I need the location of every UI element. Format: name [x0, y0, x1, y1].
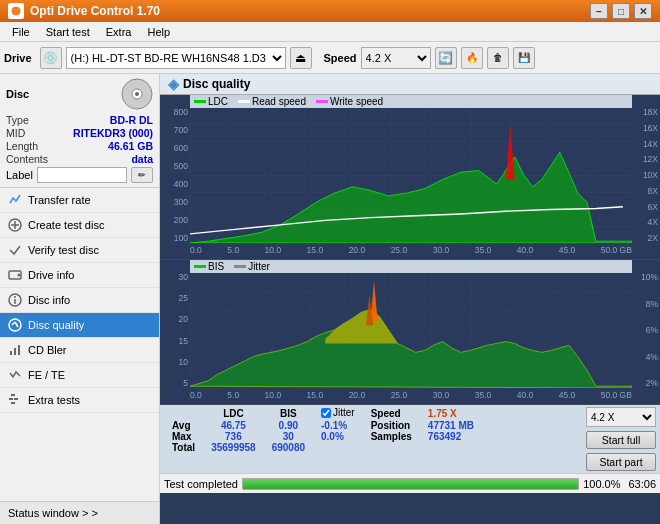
transfer-rate-icon — [8, 193, 22, 207]
svg-rect-20 — [11, 402, 15, 404]
svg-line-14 — [15, 322, 18, 327]
contents-label: Contents — [6, 153, 48, 165]
progress-status: Test completed — [164, 478, 238, 490]
max-ldc: 736 — [203, 431, 264, 442]
nav-create-test-disc[interactable]: Create test disc — [0, 213, 159, 238]
nav-fe-te[interactable]: FE / TE — [0, 363, 159, 388]
speed-col-header: Speed — [363, 407, 420, 420]
chart-header: ◈ Disc quality — [160, 74, 660, 95]
maximize-button[interactable]: □ — [612, 3, 630, 19]
left-panel: Disc Type BD-R DL MID RITEKDR3 (000) Len… — [0, 74, 160, 524]
bottom-x-axis: 0.05.010.015.020.025.030.035.040.045.050… — [190, 390, 632, 404]
nav-verify-test-disc[interactable]: Verify test disc — [0, 238, 159, 263]
ldc-col-header: LDC — [203, 407, 264, 420]
fe-te-icon — [8, 368, 22, 382]
jitter-col-area: Jitter — [313, 407, 363, 420]
stats-bottom: LDC BIS Jitter Speed 1.75 X Avg — [160, 405, 660, 473]
legend-read: Read speed — [252, 96, 306, 107]
label-label: Label — [6, 169, 33, 181]
bottom-y-axis-right: 10%8%6%4%2% — [632, 272, 660, 388]
menu-help[interactable]: Help — [139, 24, 178, 40]
extra-tests-icon — [8, 393, 22, 407]
menu-start-test[interactable]: Start test — [38, 24, 98, 40]
chart-header-icon: ◈ — [168, 76, 179, 92]
position-label: Position — [363, 420, 420, 431]
save-button[interactable]: 💾 — [513, 47, 535, 69]
max-row-label: Max — [164, 431, 203, 442]
top-chart-legend: LDC Read speed Write speed — [190, 95, 632, 108]
nav-drive-info[interactable]: Drive info — [0, 263, 159, 288]
avg-row-label: Avg — [164, 420, 203, 431]
menu-bar: File Start test Extra Help — [0, 22, 660, 42]
disc-title: Disc — [6, 88, 29, 100]
svg-rect-21 — [11, 394, 15, 396]
nav-items: Transfer rate Create test disc Verify te… — [0, 188, 159, 413]
bis-col-header: BIS — [264, 407, 313, 420]
svg-point-0 — [11, 6, 21, 16]
status-window-label: Status window > > — [8, 507, 98, 519]
length-label: Length — [6, 140, 38, 152]
type-value: BD-R DL — [110, 114, 153, 126]
nav-extra-tests[interactable]: Extra tests — [0, 388, 159, 413]
close-button[interactable]: ✕ — [634, 3, 652, 19]
erase-button[interactable]: 🗑 — [487, 47, 509, 69]
bottom-chart-legend: BIS Jitter — [190, 260, 632, 273]
speed-select-stats[interactable]: 4.2 X — [586, 407, 656, 427]
menu-file[interactable]: File — [4, 24, 38, 40]
avg-bis: 0.90 — [264, 420, 313, 431]
legend-bis: BIS — [208, 261, 224, 272]
label-input[interactable] — [37, 167, 127, 183]
chart-title: Disc quality — [183, 77, 250, 91]
jitter-checkbox[interactable] — [321, 408, 331, 418]
drive-info-icon — [8, 268, 22, 282]
speed-select[interactable]: 4.2 X — [361, 47, 431, 69]
svg-point-12 — [9, 319, 21, 331]
drive-select[interactable]: (H:) HL-DT-ST BD-RE WH16NS48 1.D3 — [66, 47, 286, 69]
svg-rect-18 — [9, 398, 13, 400]
status-window-button[interactable]: Status window > > — [0, 501, 159, 524]
type-label: Type — [6, 114, 29, 126]
nav-cd-bler[interactable]: CD Bler — [0, 338, 159, 363]
stats-table-area: LDC BIS Jitter Speed 1.75 X Avg — [164, 407, 576, 471]
top-y-axis-right: 18X16X14X12X10X8X6X4X2X — [632, 107, 660, 243]
nav-transfer-rate[interactable]: Transfer rate — [0, 188, 159, 213]
total-bis: 690080 — [264, 442, 313, 453]
speed-col-value: 1.75 X — [420, 407, 482, 420]
create-disc-icon — [8, 218, 22, 232]
mid-value: RITEKDR3 (000) — [73, 127, 153, 139]
drive-icon-button[interactable]: 💿 — [40, 47, 62, 69]
legend-write: Write speed — [330, 96, 383, 107]
max-bis: 30 — [264, 431, 313, 442]
burn-button[interactable]: 🔥 — [461, 47, 483, 69]
disc-image-icon — [121, 78, 153, 110]
progress-bar — [242, 478, 579, 490]
eject-button[interactable]: ⏏ — [290, 47, 312, 69]
svg-rect-17 — [18, 345, 20, 355]
bottom-chart-svg — [190, 272, 632, 388]
nav-disc-quality[interactable]: Disc quality — [0, 313, 159, 338]
samples-value: 763492 — [420, 431, 482, 442]
label-edit-button[interactable]: ✏ — [131, 167, 153, 183]
top-chart: LDC Read speed Write speed — [160, 95, 660, 260]
toolbar: Drive 💿 (H:) HL-DT-ST BD-RE WH16NS48 1.D… — [0, 42, 660, 74]
disc-quality-icon — [8, 318, 22, 332]
refresh-button[interactable]: 🔄 — [435, 47, 457, 69]
disc-section: Disc Type BD-R DL MID RITEKDR3 (000) Len… — [0, 74, 159, 188]
bottom-y-axis-left: 30252015105 — [160, 272, 190, 388]
legend-ldc: LDC — [208, 96, 228, 107]
avg-ldc: 46.75 — [203, 420, 264, 431]
menu-extra[interactable]: Extra — [98, 24, 140, 40]
max-jitter: 0.0% — [313, 431, 363, 442]
progress-time: 63:06 — [628, 478, 656, 490]
mid-label: MID — [6, 127, 25, 139]
start-full-button[interactable]: Start full — [586, 431, 656, 449]
right-panel: ◈ Disc quality LDC Read speed Write spee… — [160, 74, 660, 524]
svg-point-3 — [135, 92, 139, 96]
nav-disc-info[interactable]: Disc info — [0, 288, 159, 313]
total-ldc: 35699958 — [203, 442, 264, 453]
avg-jitter: -0.1% — [313, 420, 363, 431]
start-part-button[interactable]: Start part — [586, 453, 656, 471]
total-row-label: Total — [164, 442, 203, 453]
minimize-button[interactable]: − — [590, 3, 608, 19]
app-title: Opti Drive Control 1.70 — [30, 4, 590, 18]
